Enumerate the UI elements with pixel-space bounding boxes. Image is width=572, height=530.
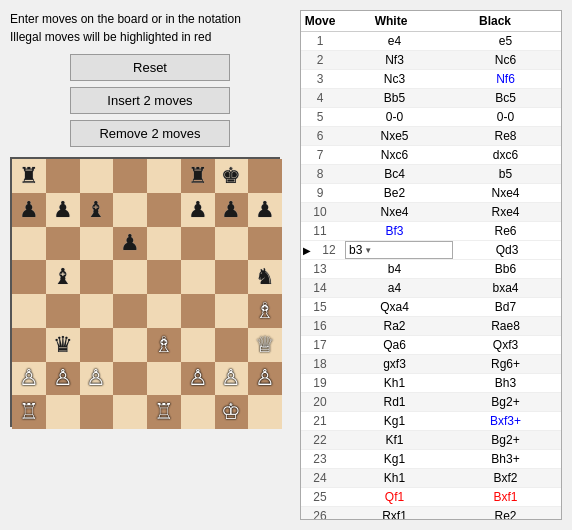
board-cell[interactable]: ♜: [181, 159, 215, 193]
white-move[interactable]: Nxc6: [339, 146, 450, 164]
board-cell[interactable]: [181, 227, 215, 261]
white-move[interactable]: Nxe4: [339, 203, 450, 221]
board-cell[interactable]: [46, 294, 80, 328]
black-move[interactable]: bxa4: [450, 279, 561, 297]
table-row[interactable]: 3Nc3Nf6: [301, 70, 561, 89]
board-cell[interactable]: [113, 159, 147, 193]
black-move[interactable]: Qxf3: [450, 336, 561, 354]
board-cell[interactable]: ♝: [80, 193, 114, 227]
board-cell[interactable]: [147, 294, 181, 328]
table-row[interactable]: 18gxf3Rg6+: [301, 355, 561, 374]
table-row[interactable]: 6Nxe5Re8: [301, 127, 561, 146]
white-move[interactable]: Kh1: [339, 374, 450, 392]
board-cell[interactable]: [12, 328, 46, 362]
board-cell[interactable]: [215, 328, 249, 362]
black-move[interactable]: Re8: [450, 127, 561, 145]
table-row[interactable]: 8Bc4b5: [301, 165, 561, 184]
board-cell[interactable]: ♚: [215, 159, 249, 193]
board-cell[interactable]: [80, 294, 114, 328]
board-cell[interactable]: ♜: [12, 159, 46, 193]
black-move[interactable]: e5: [450, 32, 561, 50]
table-row[interactable]: 22Kf1Bg2+: [301, 431, 561, 450]
table-row[interactable]: 10Nxe4Rxe4: [301, 203, 561, 222]
board-cell[interactable]: ♟: [215, 193, 249, 227]
board-cell[interactable]: [215, 260, 249, 294]
table-row[interactable]: 14a4bxa4: [301, 279, 561, 298]
black-move[interactable]: 0-0: [450, 108, 561, 126]
white-move[interactable]: gxf3: [339, 355, 450, 373]
black-move[interactable]: Bd7: [450, 298, 561, 316]
table-row[interactable]: 4Bb5Bc5: [301, 89, 561, 108]
board-cell[interactable]: [113, 362, 147, 396]
board-cell[interactable]: [113, 395, 147, 429]
white-move[interactable]: a4: [339, 279, 450, 297]
board-cell[interactable]: [113, 328, 147, 362]
board-cell[interactable]: ♙: [215, 362, 249, 396]
table-row[interactable]: 50-00-0: [301, 108, 561, 127]
black-move[interactable]: Rxe4: [450, 203, 561, 221]
black-move[interactable]: Bh3+: [450, 450, 561, 468]
board-cell[interactable]: [147, 193, 181, 227]
white-move[interactable]: Bc4: [339, 165, 450, 183]
table-row[interactable]: 26Rxf1Re2: [301, 507, 561, 519]
board-cell[interactable]: [181, 294, 215, 328]
board-cell[interactable]: ♔: [215, 395, 249, 429]
board-cell[interactable]: [80, 260, 114, 294]
board-cell[interactable]: ♟: [113, 227, 147, 261]
board-cell[interactable]: ♙: [12, 362, 46, 396]
table-row[interactable]: 7Nxc6dxc6: [301, 146, 561, 165]
white-move[interactable]: Qxa4: [339, 298, 450, 316]
board-cell[interactable]: [248, 159, 282, 193]
board-cell[interactable]: [46, 227, 80, 261]
white-move[interactable]: Rd1: [339, 393, 450, 411]
insert-button[interactable]: Insert 2 moves: [70, 87, 230, 114]
table-row[interactable]: 15Qxa4Bd7: [301, 298, 561, 317]
board-cell[interactable]: [248, 395, 282, 429]
board-cell[interactable]: [113, 260, 147, 294]
white-move[interactable]: Be2: [339, 184, 450, 202]
board-cell[interactable]: [80, 328, 114, 362]
board-cell[interactable]: [113, 193, 147, 227]
board-cell[interactable]: ♟: [46, 193, 80, 227]
white-move[interactable]: Bf3: [339, 222, 450, 240]
board-cell[interactable]: ♛: [46, 328, 80, 362]
board-cell[interactable]: [147, 227, 181, 261]
white-move-active[interactable]: b3▼: [345, 241, 453, 259]
board-cell[interactable]: [181, 395, 215, 429]
black-move[interactable]: Nc6: [450, 51, 561, 69]
board-cell[interactable]: [46, 395, 80, 429]
black-move[interactable]: Bxf3+: [450, 412, 561, 430]
white-move[interactable]: Rxf1: [339, 507, 450, 519]
white-move[interactable]: 0-0: [339, 108, 450, 126]
black-move[interactable]: Bc5: [450, 89, 561, 107]
black-move[interactable]: Bxf1: [450, 488, 561, 506]
board-cell[interactable]: ♙: [181, 362, 215, 396]
black-move[interactable]: Bb6: [450, 260, 561, 278]
white-move[interactable]: Nc3: [339, 70, 450, 88]
board-cell[interactable]: ♗: [248, 294, 282, 328]
board-cell[interactable]: [80, 159, 114, 193]
table-row[interactable]: 20Rd1Bg2+: [301, 393, 561, 412]
board-cell[interactable]: ♟: [181, 193, 215, 227]
board-cell[interactable]: [248, 227, 282, 261]
table-row[interactable]: 17Qa6Qxf3: [301, 336, 561, 355]
table-row[interactable]: 2Nf3Nc6: [301, 51, 561, 70]
white-move[interactable]: e4: [339, 32, 450, 50]
board-cell[interactable]: ♙: [248, 362, 282, 396]
reset-button[interactable]: Reset: [70, 54, 230, 81]
white-move[interactable]: Nxe5: [339, 127, 450, 145]
white-move[interactable]: Kg1: [339, 412, 450, 430]
board-cell[interactable]: [181, 260, 215, 294]
table-row[interactable]: 1e4e5: [301, 32, 561, 51]
move-table-body[interactable]: 1e4e52Nf3Nc63Nc3Nf64Bb5Bc550-00-06Nxe5Re…: [301, 32, 561, 519]
board-cell[interactable]: ♙: [46, 362, 80, 396]
white-move[interactable]: Kf1: [339, 431, 450, 449]
table-row[interactable]: 19Kh1Bh3: [301, 374, 561, 393]
board-cell[interactable]: ♖: [147, 395, 181, 429]
black-move[interactable]: Bxf2: [450, 469, 561, 487]
white-move[interactable]: Qa6: [339, 336, 450, 354]
board-cell[interactable]: [181, 328, 215, 362]
table-row[interactable]: 9Be2Nxe4: [301, 184, 561, 203]
black-move[interactable]: Bh3: [450, 374, 561, 392]
black-move[interactable]: Nf6: [450, 70, 561, 88]
